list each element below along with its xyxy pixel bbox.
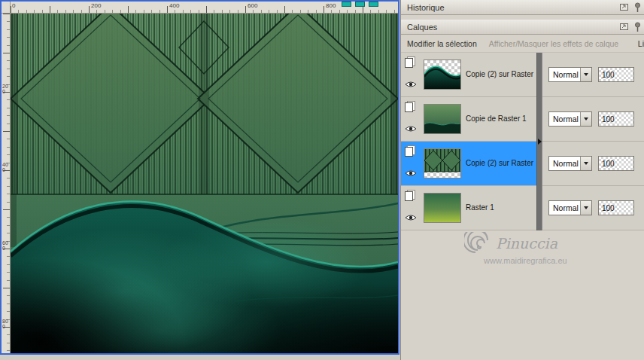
layer-row[interactable]: Copie (2) sur Raster 1 Normal 100 (401, 53, 644, 97)
layer-row-main-selected[interactable]: Copie (2) sur Raster 1 (401, 142, 536, 185)
blend-mode-value: Normal (553, 114, 580, 124)
opacity-field[interactable]: 100 (598, 67, 634, 82)
chevron-down-icon (584, 162, 588, 165)
ruler-label: 600 (2, 240, 8, 251)
blend-mode-value: Normal (553, 159, 580, 168)
blend-mode-value: Normal (553, 70, 580, 79)
paintshop-workspace: 0 200 400 600 800 200 400 600 800 (0, 0, 644, 360)
image-canvas[interactable] (11, 14, 398, 353)
chevron-down-icon (584, 117, 588, 121)
visibility-eye-icon[interactable] (405, 211, 417, 224)
layer-name[interactable]: Copie (2) sur Raster 1 (466, 159, 536, 167)
blend-dropdown-button[interactable] (580, 112, 591, 126)
canvas-window: 0 200 400 600 800 200 400 600 800 (0, 0, 399, 355)
layers-header-icons (619, 22, 641, 32)
pin-icon[interactable] (634, 22, 641, 32)
ruler-label: 200 (91, 2, 101, 9)
ruler-label: 800 (2, 319, 8, 329)
opacity-value: 100 (602, 71, 615, 79)
layer-thumbnail[interactable] (424, 148, 461, 178)
opacity-value: 100 (602, 115, 615, 124)
layer-row-controls: Normal 100 (542, 53, 644, 96)
opacity-field[interactable]: 100 (598, 111, 634, 127)
history-panel-title: Historique (407, 3, 445, 12)
layer-row-main[interactable]: Copie de Raster 1 (401, 97, 536, 141)
float-panel-icon[interactable] (619, 23, 629, 31)
layers-panel-title: Calques (407, 23, 437, 32)
ruler-label: 400 (2, 162, 8, 172)
link-button-truncated[interactable]: Li (638, 39, 644, 48)
ruler-label: 600 (248, 2, 257, 9)
layer-thumbnail[interactable] (424, 59, 461, 90)
layers-toolbar: Modifier la sélection Afficher/Masquer l… (401, 35, 644, 53)
opacity-value: 100 (602, 160, 615, 168)
layer-row-controls: Normal 100 (542, 142, 644, 185)
layer-name[interactable]: Copie de Raster 1 (466, 114, 536, 123)
blend-dropdown-button[interactable] (580, 201, 591, 215)
ruler-label: 800 (326, 2, 336, 9)
watermark-url: www.maidiregrafica.eu (484, 256, 567, 265)
layer-row-controls: Normal 100 (542, 186, 644, 230)
watermark: Pinuccia www.maidiregrafica.eu (464, 230, 637, 277)
history-header-icons (619, 2, 641, 13)
horizontal-ruler: 0 200 400 600 800 (11, 2, 398, 14)
toggle-layer-effects-button[interactable]: Afficher/Masquer les effets de calque (489, 39, 618, 48)
blend-mode-select[interactable]: Normal (548, 156, 592, 171)
ruler-corner (2, 2, 11, 14)
visibility-eye-icon[interactable] (405, 166, 417, 180)
float-panel-icon[interactable] (619, 3, 629, 11)
vertical-ruler: 200 400 600 800 (2, 14, 11, 353)
ruler-label: 0 (12, 2, 15, 9)
layers-panel-header[interactable]: Calques (401, 20, 644, 35)
pin-icon[interactable] (634, 2, 641, 13)
layer-name[interactable]: Raster 1 (466, 203, 536, 212)
history-panel-header[interactable]: Historique (401, 0, 644, 15)
modify-selection-button[interactable]: Modifier la sélection (407, 39, 477, 48)
layer-row[interactable]: Raster 1 Normal 100 (401, 186, 644, 230)
chevron-down-icon (584, 73, 588, 76)
layer-name[interactable]: Copie (2) sur Raster 1 (466, 70, 536, 78)
watermark-name: Pinuccia (496, 235, 557, 252)
blend-mode-select[interactable]: Normal (548, 200, 592, 215)
window-close-button[interactable] (369, 2, 378, 7)
layer-type-icon (403, 100, 417, 115)
splitter-collapse-arrow[interactable] (538, 139, 542, 145)
ruler-label: 200 (2, 84, 8, 94)
ruler-label: 400 (169, 2, 179, 9)
blend-dropdown-button[interactable] (580, 68, 591, 81)
layer-row-controls: Normal 100 (542, 97, 644, 141)
panel-splitter[interactable] (536, 53, 542, 230)
layer-row-main[interactable]: Copie (2) sur Raster 1 (401, 53, 536, 96)
window-restore-button[interactable] (355, 2, 365, 7)
chevron-down-icon (584, 206, 588, 209)
opacity-value: 100 (602, 204, 615, 212)
layer-row-main[interactable]: Raster 1 (401, 186, 536, 230)
opacity-field[interactable]: 100 (598, 156, 634, 171)
opacity-field[interactable]: 100 (598, 200, 634, 215)
visibility-eye-icon[interactable] (405, 78, 417, 91)
visibility-eye-icon[interactable] (405, 122, 417, 136)
layer-type-icon (403, 189, 417, 204)
blend-mode-select[interactable]: Normal (548, 67, 592, 82)
palettes-panel: Historique Calques Modifier la sélection… (400, 0, 644, 360)
layer-thumbnail[interactable] (424, 104, 461, 134)
blend-dropdown-button[interactable] (580, 157, 591, 170)
layers-list: Copie (2) sur Raster 1 Normal 100 (401, 53, 644, 230)
window-minimize-button[interactable] (342, 2, 351, 7)
blend-mode-value: Normal (553, 203, 580, 212)
canvas-artwork (11, 14, 398, 353)
layer-type-icon (403, 145, 417, 160)
layer-thumbnail[interactable] (424, 193, 461, 223)
layer-type-icon (403, 56, 417, 71)
layer-row[interactable]: Copie (2) sur Raster 1 Normal 100 (401, 142, 644, 186)
canvas-window-buttons (342, 2, 378, 7)
layer-row[interactable]: Copie de Raster 1 Normal 100 (401, 97, 644, 142)
blend-mode-select[interactable]: Normal (548, 111, 592, 127)
